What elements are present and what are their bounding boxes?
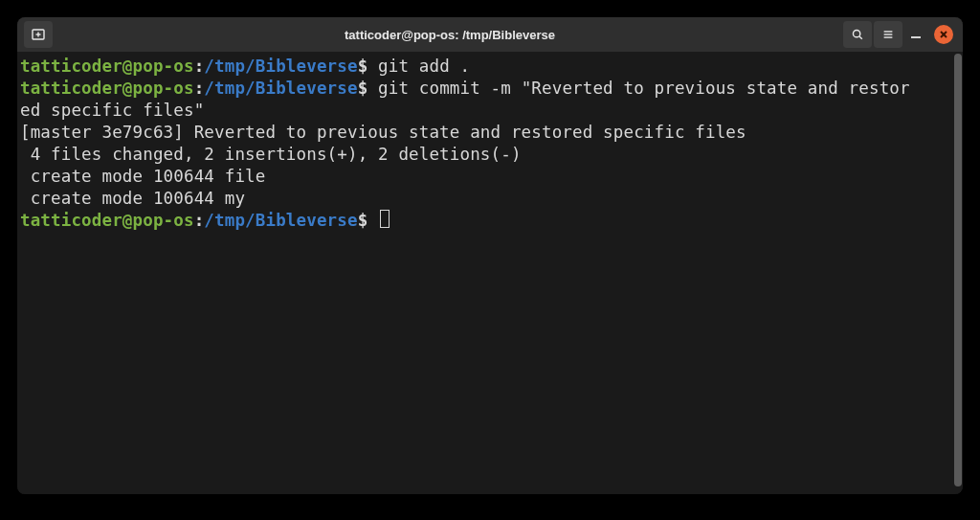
terminal-output[interactable]: tatticoder@pop-os:/tmp/Bibleverse$ git a…: [17, 52, 953, 494]
output-line: 4 files changed, 2 insertions(+), 2 dele…: [20, 145, 522, 164]
prompt-user: tatticoder: [20, 79, 122, 98]
command-text: git commit -m "Reverted to previous stat…: [378, 79, 910, 98]
terminal-body: tatticoder@pop-os:/tmp/Bibleverse$ git a…: [17, 52, 963, 494]
scrollbar-thumb[interactable]: [954, 54, 962, 486]
prompt-at: @: [122, 79, 133, 98]
close-button[interactable]: [934, 25, 953, 44]
menu-button[interactable]: [874, 21, 902, 48]
prompt-host: pop-os: [133, 57, 194, 76]
window-title: tatticoder@pop-os: /tmp/Bibleverse: [57, 28, 842, 42]
prompt-dollar: $: [358, 57, 368, 76]
prompt-at: @: [122, 57, 133, 76]
search-icon: [851, 28, 864, 41]
scrollbar[interactable]: [953, 52, 963, 494]
prompt-host: pop-os: [133, 211, 194, 230]
minimize-icon: [911, 36, 921, 38]
prompt-colon: :: [194, 57, 205, 76]
hamburger-icon: [881, 28, 895, 41]
output-line: create mode 100644 file: [20, 167, 265, 186]
prompt-colon: :: [194, 79, 205, 98]
prompt-colon: :: [194, 211, 205, 230]
new-tab-button[interactable]: [24, 21, 53, 48]
prompt-user: tatticoder: [20, 57, 122, 76]
prompt-path: /tmp/Bibleverse: [204, 211, 357, 230]
terminal-window: tatticoder@pop-os: /tmp/Bibleverse: [17, 17, 963, 494]
search-button[interactable]: [843, 21, 872, 48]
prompt-host: pop-os: [133, 79, 194, 98]
prompt-path: /tmp/Bibleverse: [204, 57, 357, 76]
new-tab-icon: [31, 27, 46, 42]
titlebar: tatticoder@pop-os: /tmp/Bibleverse: [17, 17, 963, 52]
command-text: git add .: [378, 57, 470, 76]
command-text: ed specific files": [20, 101, 204, 120]
output-line: create mode 100644 my: [20, 189, 245, 208]
svg-line-4: [859, 36, 862, 39]
terminal-cursor: [380, 210, 390, 228]
prompt-dollar: $: [358, 79, 368, 98]
prompt-path: /tmp/Bibleverse: [204, 79, 357, 98]
prompt-at: @: [122, 211, 133, 230]
output-line: [master 3e79c63] Reverted to previous st…: [20, 123, 746, 142]
svg-point-3: [853, 30, 859, 36]
close-icon: [939, 30, 948, 39]
prompt-user: tatticoder: [20, 211, 122, 230]
prompt-dollar: $: [358, 211, 368, 230]
minimize-button[interactable]: [905, 31, 926, 38]
